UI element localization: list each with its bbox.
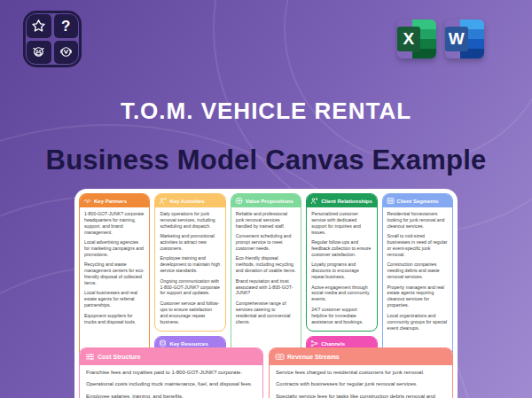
canvas-item: Recycling and waste management centers f…	[84, 261, 145, 286]
page-title: T.O.M. VEHICLE RENTAL	[0, 98, 532, 125]
canvas-item: Equipment suppliers for trucks and dispo…	[84, 313, 145, 325]
canvas-item: Local advertising agencies for marketing…	[84, 239, 145, 258]
section-revenue-streams: Revenue Streams Service fees charged to …	[269, 347, 453, 398]
canvas-item: Ongoing communication with 1-800-GOT-JUN…	[160, 278, 220, 297]
star-icon	[27, 14, 51, 38]
canvas-item: Employee salaries, training, and benefit…	[86, 394, 256, 398]
canvas-item: Specialty service fees for tasks like co…	[276, 394, 446, 398]
canvas-item: Local organizations and community groups…	[387, 313, 448, 332]
canvas-item: Comprehensive range of services catering…	[236, 300, 296, 325]
canvas-item: Loyalty programs and discounts to encour…	[311, 261, 372, 280]
cow-icon	[27, 41, 51, 65]
canvas-item: Reliable and professional junk removal s…	[236, 211, 296, 230]
excel-letter: X	[397, 27, 420, 51]
business-model-canvas: Key Partners 1-800-GOT-JUNK? corporate h…	[74, 189, 458, 398]
canvas-item: Personalized customer service with dedic…	[311, 211, 372, 236]
dog-icon	[54, 41, 79, 65]
share-network-icon	[310, 339, 318, 347]
canvas-item: 1-800-GOT-JUNK? corporate headquarters f…	[84, 211, 145, 236]
canvas-item: Employee training and development to mai…	[160, 255, 220, 274]
section-title: Cost Structure	[98, 354, 141, 360]
gift-icon	[235, 197, 243, 205]
canvas-item: Eco-friendly disposal methods, including…	[236, 255, 296, 274]
handshake-icon	[83, 197, 91, 205]
section-cost-structure: Cost Structure Franchise fees and royalt…	[79, 347, 263, 398]
section-title: Client Relationships	[321, 199, 372, 204]
banknote-icon	[275, 352, 285, 362]
canvas-item: Local businesses and real estate agents …	[84, 290, 145, 308]
excel-icon[interactable]: X	[397, 20, 436, 59]
question-icon: ?	[54, 14, 79, 38]
canvas-item: Residential homeowners looking for junk …	[387, 211, 448, 230]
canvas-item: Regular follow-ups and feedback collecti…	[311, 239, 372, 258]
word-icon[interactable]: W	[445, 20, 484, 59]
brand-logo[interactable]: ?	[27, 14, 78, 64]
sliders-icon	[85, 352, 95, 362]
canvas-item: Daily operations for junk removal servic…	[160, 211, 220, 230]
section-title: Revenue Streams	[287, 354, 340, 360]
canvas-item: Property managers and real estate agents…	[387, 285, 448, 309]
section-title: Key Activities	[169, 199, 204, 204]
section-client-relationships: Client Relationships Personalized custom…	[306, 193, 377, 332]
canvas-item: Brand reputation and trust associated wi…	[236, 278, 296, 297]
page-subtitle: Business Model Canvas Example	[0, 144, 532, 176]
canvas-item: Convenient scheduling and prompt service…	[236, 233, 296, 252]
canvas-item: Customer service and follow-ups to ensur…	[160, 300, 220, 325]
section-title: Key Partners	[94, 199, 127, 204]
section-title: Client Segments	[397, 199, 439, 204]
section-title: Channels	[321, 341, 345, 347]
person-plus-icon	[310, 197, 318, 205]
canvas-item: Contracts with businesses for regular ju…	[276, 381, 446, 388]
word-letter: W	[445, 27, 468, 51]
section-title: Value Propositions	[246, 199, 293, 204]
section-key-activities: Key Activities Daily operations for junk…	[154, 193, 225, 332]
canvas-item: Service fees charged to residential cust…	[276, 370, 446, 377]
canvas-item: Franchise fees and royalties paid to 1-8…	[86, 370, 256, 377]
canvas-item: 24/7 customer support helpline for immed…	[311, 307, 372, 325]
database-icon	[159, 339, 167, 347]
canvas-item: Marketing and promotional activities to …	[160, 233, 220, 252]
people-group-icon	[387, 197, 395, 205]
canvas-item: Construction companies needing debris an…	[387, 261, 448, 280]
section-title: Key Resources	[169, 341, 207, 347]
canvas-item: Active engagement through social media a…	[311, 285, 372, 303]
person-gear-icon	[159, 197, 167, 205]
canvas-item: Small to mid-sized businesses in need of…	[387, 233, 448, 258]
canvas-item: Operational costs including truck mainte…	[86, 381, 256, 388]
